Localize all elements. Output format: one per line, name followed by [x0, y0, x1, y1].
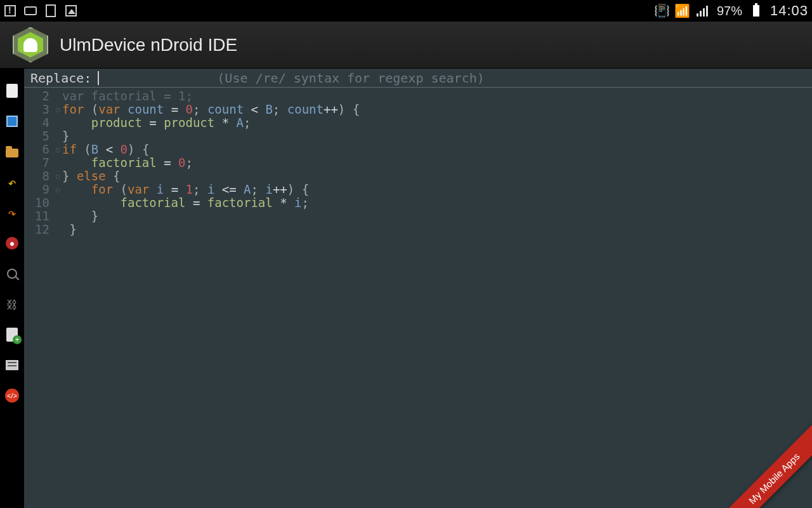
app-title: UlmDevice nDroid IDE — [60, 35, 237, 55]
replace-bar: Replace: (Use /re/ syntax for regexp sea… — [24, 69, 812, 88]
app-logo-icon — [13, 27, 48, 63]
add-file-button[interactable] — [5, 328, 19, 342]
battery-percent: 97% — [717, 4, 742, 18]
notification-icon — [65, 4, 77, 17]
code-content[interactable]: var factorial = 1;for (var count = 0; co… — [62, 90, 812, 236]
open-folder-button[interactable] — [5, 145, 19, 159]
record-button[interactable]: ● — [5, 236, 19, 250]
signal-icon — [697, 4, 709, 17]
line-gutter: 23456789101112 — [24, 88, 53, 236]
run-code-button[interactable]: </> — [5, 389, 19, 403]
search-button[interactable] — [5, 267, 19, 281]
notification-icon — [44, 4, 57, 17]
code-editor[interactable]: 23456789101112 ▢▢▢▢ var factorial = 1;fo… — [24, 88, 812, 508]
clock: 14:03 — [770, 3, 808, 19]
find-replace-button[interactable]: ⛓ — [5, 297, 19, 311]
wifi-icon: 📶 — [676, 4, 689, 17]
replace-input[interactable] — [98, 71, 99, 85]
fold-gutter: ▢▢▢▢ — [53, 88, 62, 236]
new-file-button[interactable] — [5, 84, 19, 98]
battery-icon — [750, 4, 763, 17]
tool-sidebar: ↶ ↷ ● ⛓ </> — [0, 69, 24, 508]
notification-icon — [24, 4, 37, 17]
undo-button[interactable]: ↶ — [5, 175, 19, 189]
redo-button[interactable]: ↷ — [5, 206, 19, 220]
notification-icon — [4, 4, 16, 17]
vibrate-icon: 📳 — [656, 4, 669, 17]
android-statusbar: 📳 📶 97% 14:03 — [0, 0, 812, 22]
save-button[interactable] — [5, 114, 19, 128]
replace-hint: (Use /re/ syntax for regexp search) — [217, 70, 484, 86]
editor-area: Replace: (Use /re/ syntax for regexp sea… — [24, 69, 812, 508]
format-button[interactable] — [5, 358, 19, 372]
app-titlebar: UlmDevice nDroid IDE — [0, 22, 812, 69]
replace-label: Replace: — [30, 70, 91, 86]
